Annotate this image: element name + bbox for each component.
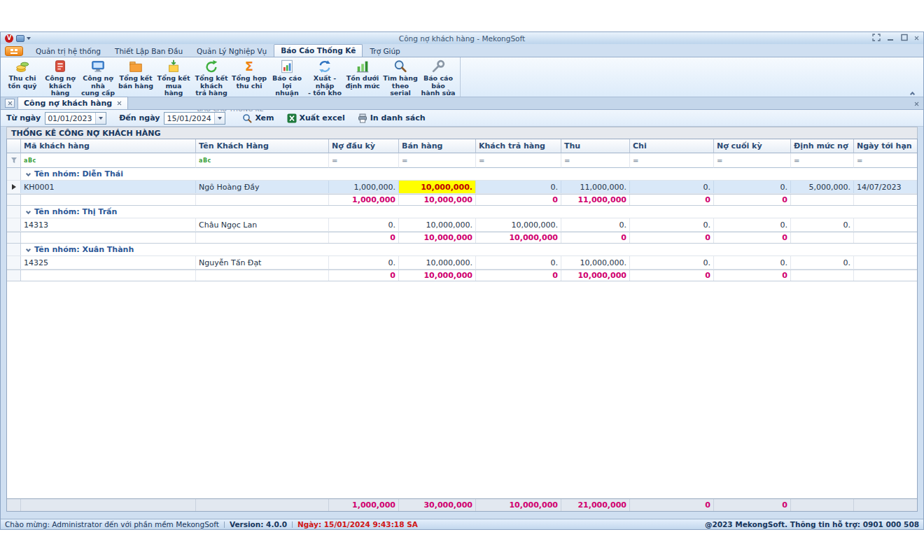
focused-row-arrow-icon	[12, 184, 16, 190]
grid-header-row: Mã khách hàng Tên Khách Hàng Nợ đầu kỳ B…	[7, 139, 917, 153]
to-date-dropdown-icon[interactable]	[214, 113, 225, 124]
return-arrow-icon	[203, 59, 220, 74]
report-title: THỐNG KÊ CÔNG NỢ KHÁCH HÀNG	[6, 127, 918, 139]
button-ton-duoi-dinh-muc[interactable]: Tồn dướiđịnh mức	[344, 58, 382, 90]
filter-cell-nck[interactable]: =	[714, 153, 791, 168]
column-header-ngay-toi-han[interactable]: Ngày tới hạn	[854, 139, 918, 153]
data-row-kh0001[interactable]: KH0001 Ngô Hoàng Đầy 1,000,000. 10,000,0…	[7, 181, 917, 194]
grid-empty-area	[7, 281, 917, 498]
ribbon-tab-quan-tri-he-thong[interactable]: Quản trị hệ thống	[29, 46, 108, 57]
grand-total-row: 1,000,000 30,000,000 10,000,000 21,000,0…	[7, 498, 917, 511]
filter-cell-name[interactable]: aBc	[196, 153, 329, 168]
purchase-box-icon	[165, 59, 182, 74]
filter-row-indicator	[7, 153, 21, 168]
button-tong-ket-mua-hang[interactable]: Tổng kếtmua hàng	[155, 58, 192, 98]
column-header-chi[interactable]: Chi	[630, 139, 714, 153]
from-date-input[interactable]: 01/01/2023	[45, 112, 106, 125]
ribbon: Thu chitồn quỹ Công nợkhách hàng Công nợ…	[1, 57, 923, 97]
application-button[interactable]	[5, 46, 23, 56]
report-area: THỐNG KÊ CÔNG NỢ KHÁCH HÀNG Mã khách hàn…	[1, 127, 923, 519]
from-date-dropdown-icon[interactable]	[95, 113, 106, 124]
ribbon-tab-tro-giup[interactable]: Trợ Giúp	[363, 46, 407, 57]
quick-access-icon[interactable]	[16, 35, 24, 42]
svg-text:Σ: Σ	[245, 59, 253, 74]
from-date-label: Từ ngày	[6, 113, 41, 122]
group-row-thi-tran[interactable]: Tên nhóm: Thị Trấn	[7, 206, 917, 218]
column-header-ban-hang[interactable]: Bán hàng	[399, 139, 476, 153]
collapse-chevron-icon[interactable]	[26, 172, 31, 176]
sales-folder-icon	[127, 59, 144, 74]
filter-cell-code[interactable]: aBc	[21, 153, 196, 168]
column-header-khach-tra-hang[interactable]: Khách trả hàng	[476, 139, 561, 153]
button-cong-no-khach-hang[interactable]: Công nợkhách hàng	[41, 58, 79, 98]
filter-cell-bh[interactable]: =	[399, 153, 476, 168]
to-date-input[interactable]: 15/01/2024	[164, 112, 225, 125]
close-icon[interactable]	[914, 34, 919, 43]
column-header-thu[interactable]: Thu	[561, 139, 630, 153]
ribbon-collapse-icon[interactable]	[911, 89, 918, 94]
app-logo[interactable]: V	[5, 34, 13, 43]
window-title: Công nợ khách hàng - MekongSoft	[1, 34, 923, 43]
tab-cong-no-khach-hang[interactable]: Công nợ khách hàng	[18, 97, 128, 109]
grid-icon	[10, 49, 18, 54]
group-subtotal-row: 0 10,000,000 10,000,000 0 0 0	[7, 232, 917, 244]
group-row-xuan-thanh[interactable]: Tên nhóm: Xuân Thành	[7, 244, 917, 256]
ribbon-tab-quan-ly-nghiep-vu[interactable]: Quản Lý Nghiệp Vụ	[190, 46, 274, 57]
tab-close-icon[interactable]	[117, 101, 122, 106]
bar-chart-icon	[354, 59, 371, 74]
search-icon	[392, 59, 409, 74]
filter-cell-thu[interactable]: =	[561, 153, 630, 168]
close-tab-right-icon[interactable]	[914, 99, 919, 108]
view-button[interactable]: Xem	[238, 112, 278, 125]
column-header-no-cuoi-ky[interactable]: Nợ cuối kỳ	[714, 139, 791, 153]
column-header-ten-khach-hang[interactable]: Tên Khách Hàng	[196, 139, 329, 153]
funnel-icon	[10, 157, 18, 164]
printer-icon	[358, 113, 368, 123]
coins-icon	[14, 59, 31, 74]
button-cong-no-nha-cung-cap[interactable]: Công nợ nhàcung cấp	[79, 58, 117, 98]
filter-cell-chi[interactable]: =	[630, 153, 714, 168]
button-thu-chi-ton-quy[interactable]: Thu chitồn quỹ	[4, 58, 41, 90]
ribbon-tab-thiet-lap-ban-dau[interactable]: Thiết Lập Ban Đầu	[108, 46, 190, 57]
button-tim-hang-theo-serial[interactable]: Tìm hàngtheo serial	[382, 58, 419, 98]
to-date-label: Đến ngày	[119, 113, 160, 122]
supplier-monitor-icon	[90, 59, 106, 74]
print-list-button[interactable]: In danh sách	[354, 112, 430, 125]
ribbon-group-bao-cao-thong-ke: Thu chitồn quỹ Công nợkhách hàng Công nợ…	[1, 57, 461, 97]
button-tong-ket-khach-tra-hang[interactable]: Tổng kết kháchtrả hàng	[192, 58, 230, 98]
header-indicator-cell	[7, 139, 21, 153]
grid-filter-row: aBc aBc = = = = = = = =	[7, 153, 917, 168]
profit-chart-icon	[279, 59, 295, 74]
export-excel-button[interactable]: Xuất excel	[283, 112, 349, 125]
filter-cell-dmn[interactable]: =	[791, 153, 854, 168]
column-header-ma-khach-hang[interactable]: Mã khách hàng	[21, 139, 196, 153]
group-row-dien-thai[interactable]: Tên nhóm: Diễn Thái	[7, 168, 917, 181]
filter-cell-ndk[interactable]: =	[329, 153, 399, 168]
date-text: Ngày: 15/01/2024 9:43:18 SA	[298, 520, 418, 528]
magnifier-icon	[242, 113, 252, 123]
group-subtotal-row: 0 10,000,000 0 10,000,000 0 0	[7, 270, 917, 281]
column-header-dinh-muc-no[interactable]: Định mức nợ	[791, 139, 854, 153]
resize-icon[interactable]	[872, 34, 881, 43]
collapse-chevron-icon[interactable]	[26, 247, 31, 252]
maximize-icon[interactable]	[900, 34, 909, 43]
button-xuat-nhap-ton-kho[interactable]: Xuất - nhập- tồn kho	[306, 58, 344, 98]
report-toolbar: Từ ngày 01/01/2023 Đến ngày 15/01/2024 X…	[1, 110, 923, 127]
ribbon-tab-strip: Quản trị hệ thống Thiết Lập Ban Đầu Quản…	[1, 44, 923, 57]
close-tab-left-icon[interactable]	[5, 99, 15, 108]
quick-access-caret-icon[interactable]	[27, 37, 31, 40]
button-tong-ket-ban-hang[interactable]: Tổng kếtbán hàng	[117, 58, 155, 90]
status-bar: Chào mừng: Administrator đến với phần mề…	[1, 519, 923, 529]
support-text: @2023 MekongSoft. Thông tin hỗ trợ: 0901…	[705, 520, 919, 528]
ribbon-tab-bao-cao-thong-ke[interactable]: Báo Cáo Thống Kê	[274, 44, 363, 57]
data-row-14313[interactable]: 14313 Châu Ngọc Lan 0. 10,000,000. 10,00…	[7, 218, 917, 232]
column-header-no-dau-ky[interactable]: Nợ đầu kỳ	[329, 139, 399, 153]
collapse-chevron-icon[interactable]	[26, 209, 31, 214]
data-row-14325[interactable]: 14325 Nguyễn Tấn Đạt 0. 10,000,000. 0. 1…	[7, 256, 917, 270]
cycle-arrows-icon	[316, 59, 333, 74]
filter-cell-nth[interactable]: =	[854, 153, 918, 168]
filter-cell-kth[interactable]: =	[476, 153, 561, 168]
minimize-icon[interactable]	[886, 34, 895, 43]
document-tab-strip: Công nợ khách hàng	[1, 97, 923, 110]
button-tong-hop-thu-chi[interactable]: Σ Tổng hợpthu chi	[230, 58, 268, 90]
